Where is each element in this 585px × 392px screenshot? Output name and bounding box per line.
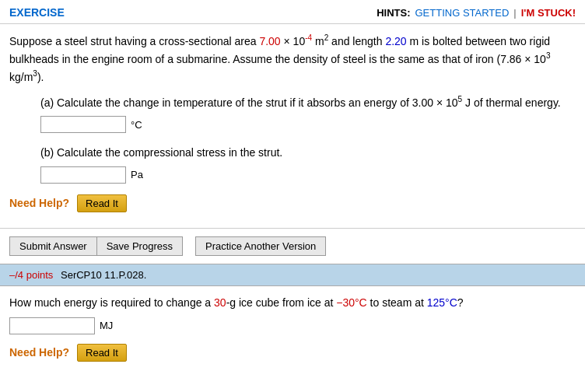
problem1-text2: and length: [328, 35, 385, 47]
problem2-text4: ?: [457, 296, 464, 309]
read-it-button-1[interactable]: Read It: [77, 194, 127, 212]
part-a-text: (a) Calculate the change in temperature …: [40, 93, 576, 111]
second-problem: How much energy is required to change a …: [0, 286, 585, 377]
problem2-text1: How much energy is required to change a: [9, 296, 214, 309]
main-content: Suppose a steel strut having a cross-sec…: [0, 24, 585, 228]
part-b-input[interactable]: [40, 166, 126, 184]
need-help-row-1: Need Help? Read It: [9, 194, 576, 212]
hints-label: HINTS:: [377, 7, 410, 19]
length-unit: m: [407, 35, 419, 47]
hints-area: HINTS: GETTING STARTED | I'M STUCK!: [377, 7, 576, 19]
times-symbol: × 10: [281, 35, 306, 47]
part-b-text: (b) Calculate the compressional stress i…: [40, 144, 576, 161]
part-a-unit: °C: [131, 119, 142, 131]
part-a-label2: J of thermal energy.: [462, 96, 561, 109]
problem2-unit: MJ: [100, 320, 113, 331]
problem1-text: Suppose a steel strut having a cross-sec…: [9, 32, 576, 86]
getting-started-link[interactable]: GETTING STARTED: [415, 7, 510, 19]
part-a-input[interactable]: [40, 116, 126, 133]
problem2-mass: 30: [214, 296, 226, 309]
top-bar: EXERCISE HINTS: GETTING STARTED | I'M ST…: [0, 0, 585, 24]
part-b-unit: Pa: [131, 169, 143, 180]
part-b: (b) Calculate the compressional stress i…: [40, 144, 576, 183]
part-a-label: (a) Calculate the change in temperature …: [40, 96, 458, 109]
section-header: –/4 points SerCP10 11.P.028.: [0, 264, 585, 286]
problem2-temp2: 125°C: [427, 296, 457, 309]
length-value: 2.20: [385, 35, 406, 47]
problem2-input[interactable]: [9, 317, 95, 334]
problem-id-label: SerCP10 11.P.028.: [61, 269, 146, 281]
points-label: –/4 points: [9, 269, 53, 281]
need-help-label-1: Need Help?: [9, 197, 69, 209]
action-buttons: Submit Answer Save Progress Practice Ano…: [0, 228, 585, 264]
problem2-text: How much energy is required to change a …: [9, 294, 576, 311]
part-a: (a) Calculate the change in temperature …: [40, 93, 576, 133]
problem2-temp1: −30°C: [336, 296, 366, 309]
part-b-input-row: Pa: [40, 166, 576, 184]
need-help-row-2: Need Help? Read It: [9, 344, 576, 362]
hints-divider: |: [513, 7, 516, 19]
problem2-text3: to steam at: [367, 296, 427, 309]
practice-another-version-button[interactable]: Practice Another Version: [195, 236, 326, 256]
part-b-label: (b) Calculate the compressional stress i…: [40, 146, 282, 159]
read-it-button-2[interactable]: Read It: [77, 344, 127, 362]
area-value: 7.00: [259, 35, 280, 47]
problem2-input-row: MJ: [9, 317, 576, 334]
save-progress-button[interactable]: Save Progress: [97, 236, 183, 256]
problem2-text2: -g ice cube from ice at: [226, 296, 337, 309]
density-exp: 3: [546, 51, 551, 60]
submit-answer-button[interactable]: Submit Answer: [9, 236, 97, 256]
exercise-label: EXERCISE: [9, 6, 65, 19]
need-help-label-2: Need Help?: [9, 346, 69, 359]
problem1-text1: Suppose a steel strut having a cross-sec…: [9, 35, 259, 47]
area-exp: -4: [305, 33, 312, 42]
im-stuck-link[interactable]: I'M STUCK!: [521, 7, 576, 19]
area-unit: m2: [312, 35, 328, 47]
density-unit: kg/m: [9, 71, 33, 83]
part-a-input-row: °C: [40, 116, 576, 133]
density-close: ).: [37, 71, 44, 83]
